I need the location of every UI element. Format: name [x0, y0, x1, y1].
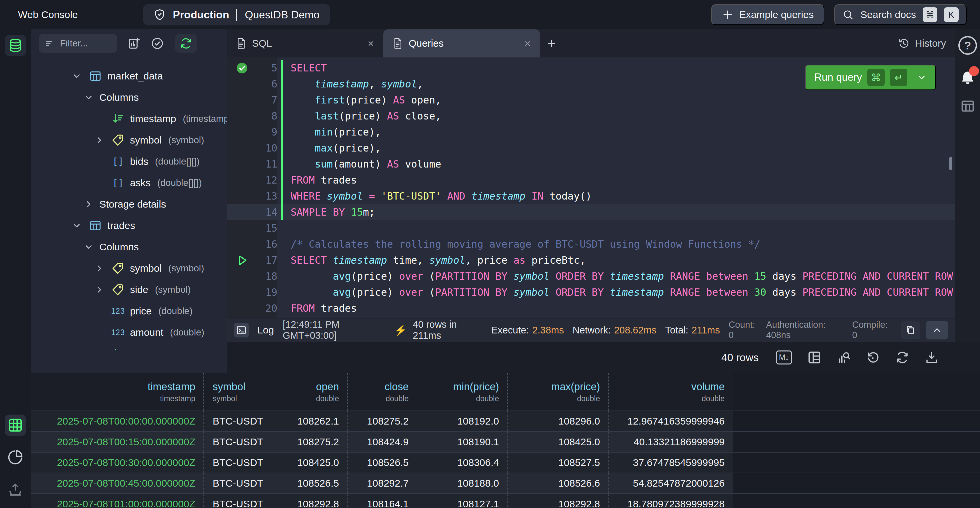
- tree-item-trades[interactable]: trades: [31, 215, 227, 236]
- cell-close: 108292.7: [348, 473, 417, 493]
- close-tab-icon[interactable]: ×: [368, 37, 374, 50]
- add-tab-button[interactable]: +: [540, 35, 563, 51]
- sort-icon: [110, 112, 126, 125]
- cell-timestamp: 2025-07-08T00:15:00.000000Z: [31, 432, 204, 452]
- code-line-8[interactable]: 8 last(price) AS close,: [227, 108, 955, 124]
- instance-badge[interactable]: Production QuestDB Demo: [143, 4, 330, 26]
- code-line-18[interactable]: 18 avg(price) over (PARTITION BY symbol …: [227, 268, 955, 284]
- code-line-16[interactable]: 16/* Calculates the rolling moving avera…: [227, 236, 955, 252]
- chevron-down-icon[interactable]: [70, 219, 83, 232]
- run-query-button[interactable]: Run query ⌘ ↵: [805, 65, 936, 90]
- code-text: first(price) AS open,: [282, 92, 955, 108]
- editor-scrollbar[interactable]: [949, 157, 952, 170]
- grid-layout-icon[interactable]: [807, 350, 821, 364]
- schema-sidebar: Filter... market_dataColumnstimestamp(ti…: [31, 29, 227, 373]
- column-header-min-price-[interactable]: min(price)double: [417, 373, 508, 411]
- code-line-13[interactable]: 13WHERE symbol = 'BTC-USDT' AND timestam…: [227, 188, 955, 204]
- chevron-right-icon[interactable]: [82, 198, 95, 211]
- table-row[interactable]: 2025-07-08T00:15:00.000000ZBTC-USDT10827…: [31, 431, 980, 452]
- cell-max-price-: 108526.6: [508, 473, 609, 493]
- table-row[interactable]: 2025-07-08T00:45:00.000000ZBTC-USDT10852…: [31, 473, 980, 493]
- log-label[interactable]: Log: [257, 324, 274, 336]
- visualization-icon[interactable]: [837, 350, 851, 364]
- tree-item-symbol[interactable]: symbol(symbol): [31, 258, 227, 279]
- chevron-down-icon[interactable]: [82, 240, 95, 254]
- filter-input[interactable]: Filter...: [39, 34, 117, 53]
- code-line-9[interactable]: 9 min(price),: [227, 124, 955, 140]
- run-line-icon[interactable]: [227, 252, 257, 268]
- code-line-12[interactable]: 12FROM trades: [227, 172, 955, 188]
- code-line-20[interactable]: 20FROM trades: [227, 300, 955, 316]
- line-number: 20: [257, 300, 277, 316]
- chevron-down-icon[interactable]: [70, 69, 83, 83]
- tree-item-storage-details[interactable]: Storage details: [31, 193, 227, 215]
- code-line-10[interactable]: 10 max(price),: [227, 140, 955, 156]
- chevron-down-icon[interactable]: [917, 72, 927, 82]
- code-text: SELECT timestamp time, symbol, price as …: [282, 252, 955, 268]
- chevron-right-icon[interactable]: [93, 283, 106, 296]
- cell-max-price-: 108296.0: [508, 411, 609, 431]
- code-line-11[interactable]: 11 sum(amount) AS volume: [227, 156, 955, 172]
- copy-log-button[interactable]: [900, 321, 920, 339]
- refresh-schema-button[interactable]: [175, 34, 197, 53]
- import-upload-icon[interactable]: [5, 479, 26, 500]
- marker-slot: [227, 172, 257, 188]
- code-line-7[interactable]: 7 first(price) AS open,: [227, 92, 955, 108]
- column-header-open[interactable]: opendouble: [279, 373, 348, 411]
- tree-item-timestamp[interactable]: timestamp(timestamp): [31, 108, 227, 129]
- query-success-icon[interactable]: [227, 60, 257, 76]
- code-line-19[interactable]: 19 avg(price) over (PARTITION BY symbol …: [227, 284, 955, 300]
- tree-item-amount[interactable]: 123amount(double): [31, 322, 227, 343]
- pie-chart-icon[interactable]: [5, 447, 26, 468]
- tree-item-columns[interactable]: Columns: [31, 87, 227, 108]
- tree-item-price[interactable]: 123price(double): [31, 300, 227, 322]
- download-icon[interactable]: [925, 350, 939, 364]
- table-row[interactable]: 2025-07-08T00:00:00.000000ZBTC-USDT10826…: [31, 411, 980, 431]
- column-header-timestamp[interactable]: timestamptimestamp: [31, 373, 204, 411]
- create-table-icon[interactable]: [127, 37, 141, 50]
- tree-item-side[interactable]: side(symbol): [31, 279, 227, 300]
- code-line-14[interactable]: 14SAMPLE BY 15m;: [227, 204, 955, 220]
- database-nav-icon[interactable]: [5, 35, 26, 56]
- tree-item-market-data[interactable]: market_data: [31, 65, 227, 87]
- right-rail: ?: [955, 29, 980, 342]
- sql-editor[interactable]: 5SELECT6 timestamp, symbol,7 first(price…: [227, 58, 955, 318]
- markdown-export-icon[interactable]: M↓: [776, 350, 792, 364]
- query-history-icon[interactable]: [866, 350, 880, 364]
- history-button[interactable]: History: [898, 37, 946, 50]
- table-row[interactable]: 2025-07-08T01:00:00.000000ZBTC-USDT10829…: [31, 493, 980, 508]
- tab-queries[interactable]: Queries ×: [383, 29, 540, 58]
- code-line-17[interactable]: 17SELECT timestamp time, symbol, price a…: [227, 252, 955, 268]
- refresh-results-icon[interactable]: [895, 350, 909, 364]
- search-docs-button[interactable]: Search docs ⌘ K: [834, 4, 967, 25]
- code-line-15[interactable]: 15: [227, 220, 955, 236]
- tree-item-columns[interactable]: Columns: [31, 236, 227, 258]
- chevron-right-icon[interactable]: [93, 262, 106, 275]
- column-header-volume[interactable]: volumedouble: [609, 373, 733, 411]
- example-queries-button[interactable]: Example queries: [711, 4, 824, 25]
- tree-item-timestamp[interactable]: timestamp(timestamp): [31, 343, 227, 350]
- tab-sql[interactable]: SQL ×: [227, 29, 383, 58]
- search-docs-label: Search docs: [860, 9, 916, 20]
- brackets-icon: []: [110, 156, 126, 167]
- cell-min-price-: 108190.1: [417, 432, 508, 452]
- table-row[interactable]: 2025-07-08T00:30:00.000000ZBTC-USDT10842…: [31, 452, 980, 473]
- grid-view-icon[interactable]: [5, 415, 26, 436]
- search-icon: [842, 9, 854, 20]
- tree-item-asks[interactable]: []asks(double[][]): [31, 172, 227, 193]
- column-header-close[interactable]: closedouble: [348, 373, 417, 411]
- column-header-symbol[interactable]: symbolsymbol: [204, 373, 279, 411]
- cell-timestamp: 2025-07-08T01:00:00.000000Z: [31, 494, 204, 508]
- help-icon[interactable]: ?: [958, 36, 977, 55]
- column-header-max-price-[interactable]: max(price)double: [508, 373, 609, 411]
- log-rows-summary: 40 rows in 211ms: [413, 319, 483, 341]
- notifications-bell-icon[interactable]: [960, 69, 976, 85]
- chevron-down-icon[interactable]: [82, 91, 95, 104]
- close-tab-icon[interactable]: ×: [524, 37, 531, 50]
- datagrid-panel-icon[interactable]: [960, 99, 975, 113]
- tree-item-symbol[interactable]: symbol(symbol): [31, 129, 227, 151]
- collapse-log-button[interactable]: [926, 321, 948, 339]
- chevron-right-icon[interactable]: [93, 134, 106, 147]
- check-circle-icon[interactable]: [151, 37, 164, 50]
- tree-item-bids[interactable]: []bids(double[][]): [31, 151, 227, 172]
